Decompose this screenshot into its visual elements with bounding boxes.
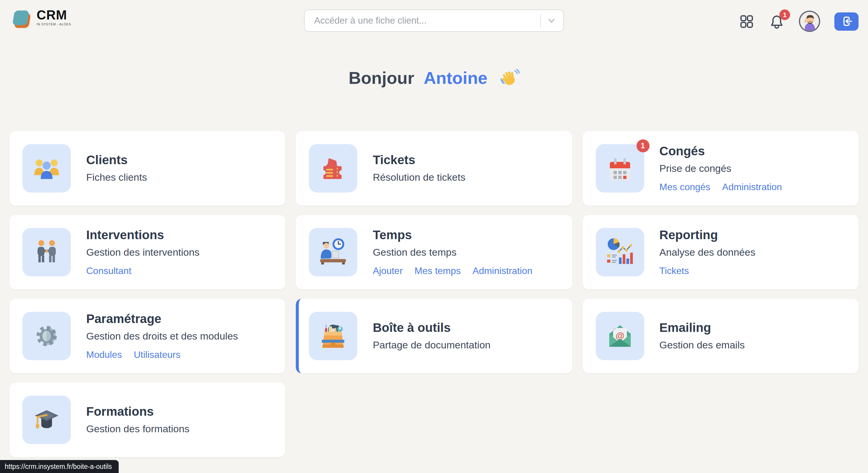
module-links: ModulesUtilisateurs	[86, 350, 238, 360]
module-subtitle: Gestion des temps	[373, 247, 533, 258]
logout-button[interactable]	[834, 12, 859, 30]
module-subtitle: Prise de congés	[659, 163, 782, 175]
card-emailing[interactable]: @ Emailing Gestion des emails	[583, 299, 859, 373]
card-formations[interactable]: Formations Gestion des formations	[9, 383, 285, 457]
module-link[interactable]: Consultant	[86, 266, 131, 277]
greeting-prefix: Bonjour	[349, 68, 414, 87]
waving-hand-emoji	[499, 68, 519, 93]
crm-logo[interactable]: CRM IN SYSTEM - ALOES	[9, 8, 71, 32]
module-link[interactable]: Utilisateurs	[134, 350, 180, 360]
module-subtitle: Résolution de tickets	[373, 172, 466, 184]
module-icon-tile: @	[595, 312, 644, 360]
module-icon-tile	[595, 228, 644, 276]
topbar-actions: 1	[739, 0, 859, 42]
apps-grid-button[interactable]	[739, 13, 755, 29]
module-icon-tile	[23, 312, 71, 360]
module-title: Clients	[86, 153, 147, 166]
module-link[interactable]: Tickets	[659, 266, 689, 277]
module-link[interactable]: Modules	[86, 350, 122, 360]
chevron-down-icon[interactable]	[545, 13, 559, 28]
avatar-memoji	[800, 12, 819, 31]
module-icon-tile	[309, 312, 358, 360]
greeting: Bonjour Antoine	[0, 67, 868, 93]
card-reporting[interactable]: Reporting Analyse des données Tickets	[583, 215, 859, 289]
module-title: Emailing	[659, 321, 745, 334]
module-subtitle: Partage de documentation	[373, 340, 491, 351]
user-avatar[interactable]	[799, 11, 820, 32]
clients-icon	[30, 151, 64, 185]
notifications-button[interactable]: 1	[769, 13, 785, 29]
chart-icon	[602, 235, 637, 269]
graduation-icon	[30, 403, 64, 437]
module-subtitle: Gestion des emails	[659, 340, 745, 351]
brand-name: CRM	[37, 9, 71, 22]
module-title: Temps	[373, 228, 533, 241]
module-link[interactable]: Ajouter	[373, 266, 403, 277]
card-temps[interactable]: Temps Gestion des temps AjouterMes temps…	[296, 215, 572, 289]
module-link[interactable]: Mes temps	[414, 266, 461, 277]
toolbox-icon	[316, 319, 350, 353]
handshake-icon	[30, 235, 64, 269]
module-icon-tile	[309, 144, 358, 192]
module-title: Tickets	[373, 153, 466, 166]
card-conges[interactable]: 1 Congés Prise de congés Mes congésAdmin…	[583, 131, 859, 206]
module-icon-tile	[309, 228, 358, 276]
module-badge: 1	[636, 139, 649, 152]
client-search[interactable]	[304, 9, 564, 32]
module-grid: Clients Fiches clients Tickets Résolutio…	[9, 131, 859, 457]
module-title: Interventions	[86, 228, 199, 241]
topbar: CRM IN SYSTEM - ALOES	[0, 0, 868, 42]
module-subtitle: Fiches clients	[86, 172, 147, 184]
module-icon-tile	[23, 228, 71, 276]
card-interventions[interactable]: Interventions Gestion des interventions …	[9, 215, 285, 289]
notification-badge: 1	[779, 9, 790, 20]
module-links: AjouterMes tempsAdministration	[373, 266, 533, 277]
module-title: Paramétrage	[86, 312, 238, 325]
module-icon-tile: 1	[595, 144, 644, 192]
crm-logo-icon	[9, 8, 35, 32]
gear-icon	[30, 319, 64, 353]
module-subtitle: Gestion des interventions	[86, 247, 199, 258]
module-title: Congés	[659, 144, 782, 157]
module-subtitle: Gestion des droits et des modules	[86, 331, 238, 342]
time-icon	[316, 235, 350, 269]
card-tickets[interactable]: Tickets Résolution de tickets	[296, 131, 572, 206]
crm-dashboard: CRM IN SYSTEM - ALOES	[0, 0, 868, 473]
module-title: Formations	[86, 405, 190, 418]
module-icon-tile	[23, 144, 71, 192]
card-boite-a-outils[interactable]: Boîte à outils Partage de documentation	[296, 299, 572, 373]
card-parametrage[interactable]: Paramétrage Gestion des droits et des mo…	[9, 299, 285, 373]
module-link[interactable]: Administration	[722, 182, 782, 193]
module-link[interactable]: Mes congés	[659, 182, 710, 193]
module-subtitle: Gestion des formations	[86, 424, 190, 435]
ticket-icon	[316, 151, 350, 185]
search-divider	[540, 14, 541, 27]
calendar-icon	[602, 151, 637, 185]
search-input[interactable]	[313, 15, 535, 27]
status-url-tooltip: https://crm.insystem.fr/boite-a-outils	[0, 460, 118, 473]
module-title: Boîte à outils	[373, 321, 491, 334]
module-link[interactable]: Administration	[473, 266, 533, 277]
module-links: Consultant	[86, 266, 199, 277]
module-subtitle: Analyse des données	[659, 247, 755, 258]
email-icon: @	[602, 319, 637, 353]
grid-icon	[739, 13, 755, 29]
module-icon-tile	[23, 396, 71, 444]
card-clients[interactable]: Clients Fiches clients	[9, 131, 285, 206]
module-links: Mes congésAdministration	[659, 182, 782, 193]
module-title: Reporting	[659, 228, 755, 241]
logout-icon	[839, 13, 854, 29]
brand-tagline: IN SYSTEM - ALOES	[37, 23, 71, 26]
module-links: Tickets	[659, 266, 755, 277]
greeting-username: Antoine	[424, 68, 488, 87]
